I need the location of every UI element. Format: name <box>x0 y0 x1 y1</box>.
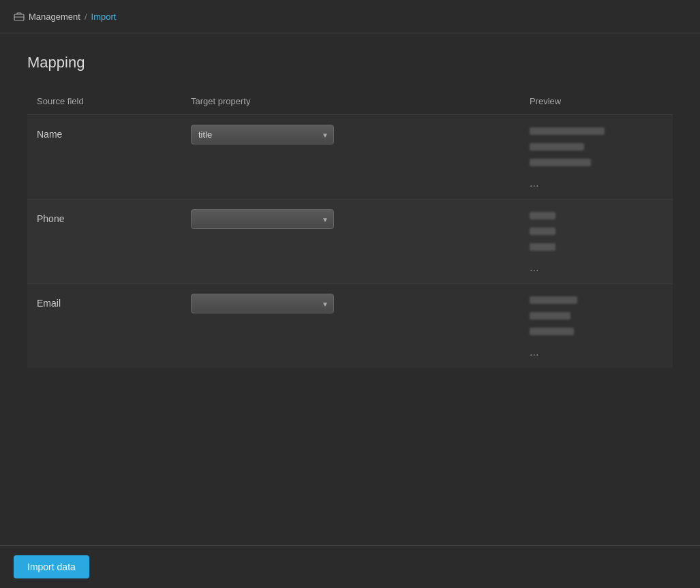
preview-item <box>530 296 577 304</box>
breadcrumb: Management / Import <box>0 0 700 33</box>
preview-item <box>530 328 574 335</box>
preview-item <box>530 243 556 251</box>
breadcrumb-separator: / <box>85 12 87 22</box>
table-row: Phonetitledescriptionphoneemail▼... <box>27 200 673 284</box>
target-select[interactable]: titledescriptionphoneemail <box>191 125 334 144</box>
import-link[interactable]: Import <box>91 12 117 22</box>
preview-item <box>530 143 584 151</box>
preview-item <box>530 212 556 219</box>
mapping-table: Source field Target property Preview Nam… <box>27 91 673 368</box>
import-data-button[interactable]: Import data <box>14 555 89 578</box>
col-header-preview: Preview <box>523 91 673 115</box>
target-property-cell[interactable]: titledescriptionphoneemail▼ <box>184 284 523 369</box>
target-property-cell[interactable]: titledescriptionphoneemail▼ <box>184 115 523 200</box>
source-field-cell: Name <box>27 115 184 200</box>
target-select[interactable]: titledescriptionphoneemail <box>191 294 334 313</box>
preview-ellipsis: ... <box>530 262 666 274</box>
preview-ellipsis: ... <box>530 346 666 358</box>
page-title: Mapping <box>27 54 673 72</box>
preview-cell: ... <box>523 115 673 200</box>
table-row: Nametitledescriptionphoneemail▼... <box>27 115 673 200</box>
main-content: Mapping Source field Target property Pre… <box>0 33 700 545</box>
preview-cell: ... <box>523 200 673 284</box>
col-header-empty <box>361 91 523 115</box>
source-field-cell: Email <box>27 284 184 369</box>
preview-cell: ... <box>523 284 673 369</box>
col-header-source: Source field <box>27 91 184 115</box>
preview-item <box>530 312 570 320</box>
preview-ellipsis: ... <box>530 177 666 189</box>
source-field-cell: Phone <box>27 200 184 284</box>
table-row: Emailtitledescriptionphoneemail▼... <box>27 284 673 369</box>
bottom-bar: Import data <box>0 545 700 588</box>
briefcase-icon <box>14 11 25 22</box>
preview-item <box>530 159 591 166</box>
preview-item <box>530 228 556 235</box>
target-select[interactable]: titledescriptionphoneemail <box>191 209 334 229</box>
management-link[interactable]: Management <box>29 12 80 22</box>
target-property-cell[interactable]: titledescriptionphoneemail▼ <box>184 200 523 284</box>
col-header-target: Target property <box>184 91 361 115</box>
preview-item <box>530 127 605 135</box>
